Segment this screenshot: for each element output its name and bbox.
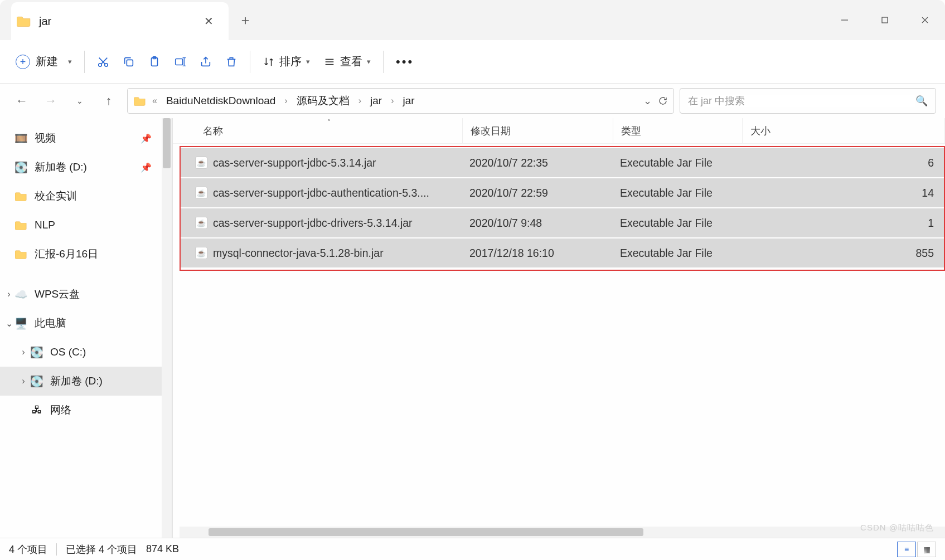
- refresh-button[interactable]: [657, 95, 669, 107]
- search-input[interactable]: [688, 95, 915, 107]
- history-button[interactable]: ⌄: [67, 88, 93, 114]
- new-tab-button[interactable]: ＋: [229, 0, 262, 40]
- sidebar-item-label: WPS云盘: [35, 287, 80, 301]
- search-box[interactable]: 🔍: [680, 88, 936, 114]
- file-size: 14: [749, 187, 944, 199]
- sidebar-item-wps-cloud[interactable]: › ☁️ WPS云盘: [0, 280, 172, 309]
- jar-file-icon: ☕: [195, 247, 207, 259]
- sidebar: 🎞️ 视频 📌 💽 新加卷 (D:) 📌 校企实训 NLP 汇报-6月16日 ›…: [0, 118, 173, 538]
- column-date[interactable]: 修改日期: [463, 118, 613, 143]
- column-size[interactable]: 大小: [743, 118, 945, 143]
- jar-file-icon: ☕: [195, 187, 207, 199]
- breadcrumb-item[interactable]: BaiduNetdiskDownload: [163, 92, 279, 109]
- content: ˄名称 修改日期 类型 大小 ☕cas-server-support-jdbc-…: [173, 118, 945, 538]
- jar-file-icon: ☕: [195, 217, 207, 229]
- svg-rect-6: [127, 60, 133, 66]
- chevron-down-icon[interactable]: ⌄: [3, 318, 14, 329]
- file-size: 855: [749, 247, 944, 260]
- navigation-row: ← → ⌄ ↑ « BaiduNetdiskDownload › 源码及文档 ›…: [0, 84, 945, 118]
- column-type[interactable]: 类型: [613, 118, 743, 143]
- file-row[interactable]: ☕cas-server-support-jdbc-drivers-5.3.14.…: [181, 208, 944, 237]
- sidebar-item-drive-d[interactable]: 💽 新加卷 (D:) 📌: [0, 153, 172, 182]
- sidebar-item-this-pc[interactable]: ⌄ 🖥️ 此电脑: [0, 309, 172, 338]
- crumb-overflow-icon[interactable]: «: [150, 96, 159, 106]
- paste-button[interactable]: [142, 48, 167, 75]
- sidebar-item-network[interactable]: 🖧 网络: [0, 396, 172, 425]
- jar-file-icon: ☕: [195, 157, 207, 169]
- chevron-right-icon[interactable]: ›: [18, 376, 29, 386]
- maximize-button[interactable]: [865, 7, 905, 33]
- address-dropdown-button[interactable]: ⌄: [641, 95, 653, 107]
- chevron-right-icon[interactable]: ›: [3, 289, 14, 299]
- breadcrumb-item[interactable]: jar: [399, 92, 418, 109]
- horizontal-scrollbar[interactable]: [180, 527, 945, 538]
- folder-icon: [14, 247, 28, 261]
- sidebar-item-label: 此电脑: [35, 316, 66, 330]
- sidebar-item-folder[interactable]: NLP: [0, 211, 172, 240]
- status-selected: 已选择 4 个项目: [66, 543, 137, 556]
- pin-icon: 📌: [140, 133, 152, 144]
- titlebar: jar ✕ ＋: [0, 0, 945, 40]
- sidebar-item-video[interactable]: 🎞️ 视频 📌: [0, 124, 172, 153]
- sidebar-item-folder[interactable]: 汇报-6月16日: [0, 240, 172, 269]
- cut-button[interactable]: [90, 48, 116, 75]
- search-icon[interactable]: 🔍: [915, 95, 928, 107]
- file-date: 2020/10/7 22:59: [469, 187, 620, 199]
- minimize-button[interactable]: [825, 7, 865, 33]
- tab-close-button[interactable]: ✕: [198, 14, 219, 28]
- file-date: 2020/10/7 9:48: [469, 217, 620, 230]
- share-button[interactable]: [193, 48, 219, 75]
- close-window-button[interactable]: [905, 7, 945, 33]
- cloud-icon: ☁️: [14, 288, 28, 301]
- details-view-button[interactable]: ≡: [897, 542, 916, 557]
- sidebar-item-drive-d[interactable]: › 💽 新加卷 (D:): [0, 367, 172, 396]
- chevron-right-icon: ›: [282, 96, 289, 106]
- view-mode-toggle: ≡ ▦: [897, 542, 936, 557]
- file-type: Executable Jar File: [620, 187, 749, 199]
- copy-button[interactable]: [116, 48, 142, 75]
- up-button[interactable]: ↑: [96, 88, 122, 114]
- active-tab[interactable]: jar ✕: [11, 2, 229, 40]
- status-item-count: 4 个项目: [9, 543, 47, 556]
- sidebar-item-label: 新加卷 (D:): [35, 160, 87, 174]
- sidebar-item-label: 视频: [35, 131, 56, 145]
- scrollbar-thumb[interactable]: [163, 118, 171, 168]
- grid-view-button[interactable]: ▦: [917, 542, 936, 557]
- folder-icon: [17, 15, 31, 27]
- plus-circle-icon: +: [16, 55, 30, 69]
- forward-button[interactable]: →: [38, 88, 64, 114]
- breadcrumb-item[interactable]: jar: [367, 92, 385, 109]
- sidebar-scrollbar[interactable]: [162, 118, 172, 538]
- file-row[interactable]: ☕mysql-connector-java-5.1.28-bin.jar 201…: [181, 238, 944, 267]
- file-name: cas-server-support-jdbc-authentication-5…: [213, 187, 429, 199]
- file-type: Executable Jar File: [620, 157, 749, 169]
- column-name[interactable]: ˄名称: [195, 118, 463, 143]
- sort-button[interactable]: 排序 ▾: [256, 48, 317, 75]
- file-name: mysql-connector-java-5.1.28-bin.jar: [213, 247, 384, 260]
- view-button[interactable]: 查看 ▾: [317, 48, 377, 75]
- pc-icon: 🖥️: [14, 316, 28, 330]
- chevron-right-icon[interactable]: ›: [18, 347, 29, 357]
- back-button[interactable]: ←: [9, 88, 35, 114]
- separator: [250, 51, 250, 73]
- address-bar[interactable]: « BaiduNetdiskDownload › 源码及文档 › jar › j…: [127, 88, 674, 114]
- more-button[interactable]: •••: [389, 48, 420, 75]
- delete-button[interactable]: [219, 48, 244, 75]
- file-size: 6: [749, 157, 944, 169]
- rename-button[interactable]: [167, 48, 193, 75]
- file-row[interactable]: ☕cas-server-support-jdbc-5.3.14.jar 2020…: [181, 148, 944, 177]
- chevron-down-icon: ▾: [68, 57, 72, 66]
- file-type: Executable Jar File: [620, 217, 749, 230]
- sidebar-item-label: NLP: [35, 219, 55, 231]
- scrollbar-thumb[interactable]: [209, 528, 643, 536]
- sidebar-item-folder[interactable]: 校企实训: [0, 182, 172, 211]
- separator: [56, 543, 57, 556]
- drive-icon: 💽: [30, 374, 43, 388]
- view-label: 查看: [340, 54, 362, 69]
- nav-arrows: ← → ⌄ ↑: [9, 88, 122, 114]
- sidebar-item-drive-c[interactable]: › 💽 OS (C:): [0, 338, 172, 367]
- chevron-right-icon: ›: [356, 96, 364, 106]
- file-row[interactable]: ☕cas-server-support-jdbc-authentication-…: [181, 178, 944, 207]
- breadcrumb-item[interactable]: 源码及文档: [293, 91, 353, 110]
- new-button[interactable]: + 新建 ▾: [9, 48, 79, 75]
